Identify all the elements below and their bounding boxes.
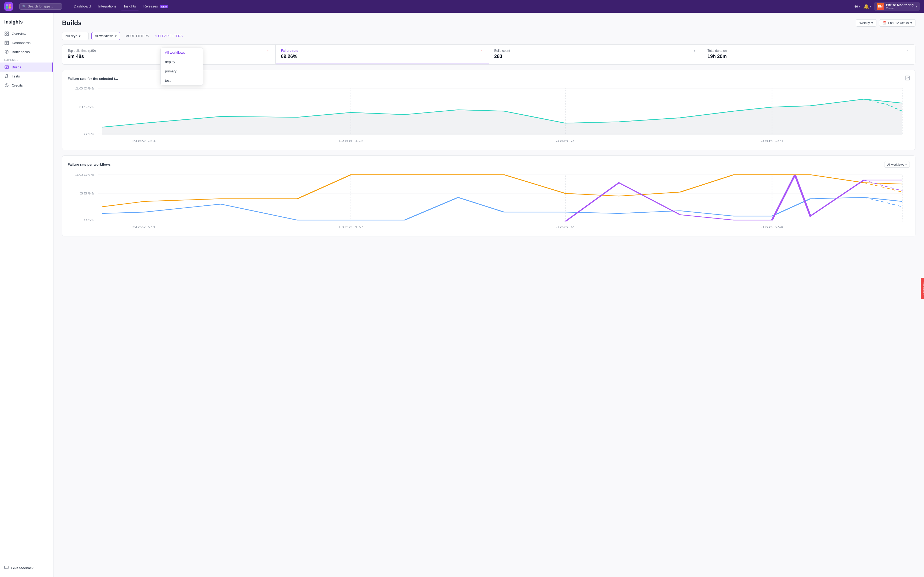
user-chevron: ▾: [916, 5, 917, 8]
give-feedback-label: Give feedback: [11, 566, 34, 570]
add-button[interactable]: ⊕▾: [854, 3, 860, 9]
weekly-filter-btn[interactable]: Weekly ▾: [856, 19, 876, 27]
chart2-blue-dotted: [864, 197, 902, 207]
app-filter-chevron: ▾: [79, 34, 81, 38]
svg-text:Dec 12: Dec 12: [339, 139, 363, 142]
stat-label-build-time: Top build time (p90): [68, 49, 96, 53]
search-icon: 🔍: [22, 5, 26, 8]
dropdown-item-primary[interactable]: primary: [161, 66, 203, 76]
stat-info-build-time: Top build time (p90) 6m 48s: [68, 49, 96, 59]
stat-build-count[interactable]: Build count 283 ↑: [489, 45, 702, 64]
svg-rect-8: [5, 41, 8, 42]
svg-text:Jan 2: Jan 2: [556, 226, 575, 229]
nav-links: Dashboard Integrations Insights Releases…: [71, 3, 171, 10]
nav-dashboard[interactable]: Dashboard: [71, 3, 94, 10]
nav-insights[interactable]: Insights: [121, 3, 139, 10]
svg-rect-12: [5, 66, 8, 68]
sidebar-item-dashboards[interactable]: Dashboards: [0, 38, 53, 47]
stat-label-duration: Total duration: [708, 49, 727, 53]
svg-text:Dec 12: Dec 12: [339, 226, 363, 229]
nav-releases[interactable]: Releases NEW: [140, 3, 171, 10]
grid-icon: [4, 31, 9, 36]
date-range-btn[interactable]: 📅 Last 12 weeks ▾: [879, 19, 916, 27]
stat-value-build-count: 283: [494, 54, 510, 59]
sidebar-item-bottlenecks[interactable]: Bottlenecks: [0, 47, 53, 56]
top-nav: 🔍 Search for apps... Dashboard Integrati…: [0, 0, 924, 13]
svg-rect-0: [6, 4, 8, 6]
dropdown-item-deploy[interactable]: deploy: [161, 57, 203, 66]
svg-text:Nov 21: Nov 21: [132, 139, 157, 142]
sidebar-item-builds[interactable]: Builds: [0, 63, 53, 72]
stat-failure-rate[interactable]: Failure rate 69.26% ↑: [276, 45, 489, 64]
stat-trend-duration: ↑: [906, 49, 910, 53]
weekly-label: Weekly: [859, 21, 870, 25]
svg-text:35%: 35%: [79, 192, 94, 195]
sidebar-title: Insights: [0, 17, 53, 29]
chevron-down-icon-2: ▾: [910, 21, 912, 25]
dashboard-icon: [4, 40, 9, 45]
search-bar[interactable]: 🔍 Search for apps...: [19, 3, 62, 10]
search-placeholder: Search for apps...: [28, 5, 53, 8]
sidebar-item-credits-label: Credits: [12, 83, 23, 87]
nav-integrations[interactable]: Integrations: [95, 3, 120, 10]
logo[interactable]: [4, 2, 13, 11]
app-filter-select[interactable]: bullseye ▾: [62, 32, 89, 40]
svg-rect-4: [5, 32, 6, 34]
clear-filters-btn[interactable]: ✕ CLEAR FILTERS: [154, 34, 183, 38]
workflow-filter-value: All workflows: [95, 34, 113, 38]
svg-rect-2: [6, 6, 8, 8]
svg-text:100%: 100%: [75, 87, 94, 90]
stat-value-build-time: 6m 48s: [68, 54, 96, 59]
feedback-icon: [4, 566, 8, 571]
sidebar-item-overview-label: Overview: [12, 32, 26, 36]
chart2-header: Failure rate per workflows All workflows…: [68, 161, 910, 168]
page-title: Builds: [62, 19, 82, 27]
feedback-tab[interactable]: Feedback: [921, 278, 924, 299]
svg-text:0%: 0%: [83, 132, 94, 135]
credits-icon: [4, 83, 9, 88]
sidebar-item-tests[interactable]: Tests: [0, 72, 53, 81]
explore-section-label: EXPLORE: [0, 56, 53, 63]
stat-total-duration[interactable]: Total duration 19h 20m ↑: [702, 45, 915, 64]
svg-rect-5: [7, 32, 8, 34]
stat-info-build-count: Build count 283: [494, 49, 510, 59]
chart1-expand-btn[interactable]: [905, 76, 910, 82]
svg-text:Jan 24: Jan 24: [761, 139, 783, 142]
chart2-section: Failure rate per workflows All workflows…: [62, 155, 916, 237]
workflow-dropdown: All workflows deploy primary test: [160, 48, 203, 85]
svg-text:100%: 100%: [75, 173, 94, 176]
notifications-button[interactable]: 🔔▾: [863, 3, 871, 9]
workflow-filter-select[interactable]: All workflows ▾: [91, 32, 120, 40]
header-controls: Weekly ▾ 📅 Last 12 weeks ▾: [856, 19, 916, 27]
sidebar-give-feedback[interactable]: Give feedback: [0, 563, 53, 573]
user-info: Bitrise-Monitoring Owner: [886, 3, 914, 10]
user-avatar: BM: [877, 3, 884, 10]
dropdown-item-all[interactable]: All workflows: [161, 48, 203, 57]
workflow-filter-chevron: ▾: [115, 34, 116, 38]
date-range-label: Last 12 weeks: [888, 21, 909, 25]
filter-bar: bullseye ▾ All workflows ▾ MORE FILTERS …: [62, 32, 916, 40]
chart1-svg: 100% 35% 0% Nov 21 Dec 12 Jan 2 Jan 24: [68, 86, 910, 145]
chart2-title: Failure rate per workflows: [68, 163, 111, 166]
stat-info-duration: Total duration 19h 20m: [708, 49, 727, 59]
sidebar-item-tests-label: Tests: [12, 74, 20, 78]
dropdown-item-test[interactable]: test: [161, 76, 203, 85]
sidebar-item-credits[interactable]: Credits: [0, 81, 53, 90]
sidebar-bottom: Give feedback: [0, 560, 53, 573]
stat-value-failure: 69.26%: [281, 54, 298, 59]
svg-text:35%: 35%: [79, 106, 94, 109]
main-content: Builds Weekly ▾ 📅 Last 12 weeks ▾ bullse…: [53, 13, 924, 577]
svg-text:0%: 0%: [83, 219, 94, 222]
more-filters-btn[interactable]: MORE FILTERS: [123, 32, 152, 40]
app-filter-value: bullseye: [66, 34, 77, 38]
svg-text:Jan 24: Jan 24: [761, 226, 783, 229]
sidebar-item-overview[interactable]: Overview: [0, 29, 53, 38]
clear-filters-label: CLEAR FILTERS: [158, 34, 183, 38]
tests-icon: [4, 74, 9, 79]
user-role: Owner: [886, 7, 914, 10]
chart2-workflow-select[interactable]: All workflows ▾: [884, 161, 910, 168]
user-menu[interactable]: BM Bitrise-Monitoring Owner ▾: [874, 2, 920, 11]
bottleneck-icon: [4, 50, 9, 54]
user-name: Bitrise-Monitoring: [886, 3, 914, 7]
stat-label-failure: Failure rate: [281, 49, 298, 53]
